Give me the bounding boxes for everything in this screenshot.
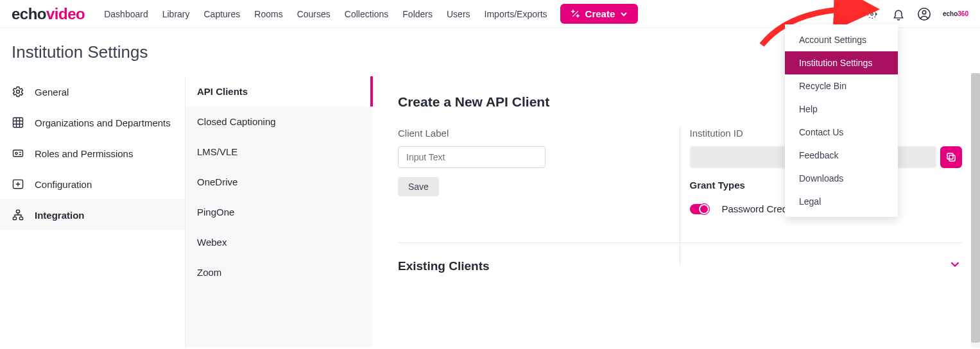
settings-dropdown: Account Settings Institution Settings Re… — [785, 24, 898, 217]
separator — [398, 243, 962, 243]
sidebar-item-label: Organizations and Departments — [35, 117, 171, 128]
dd-account-settings[interactable]: Account Settings — [785, 28, 898, 51]
vertical-divider — [680, 126, 680, 266]
role-icon — [12, 147, 24, 160]
account-user-icon[interactable] — [917, 7, 931, 21]
svg-rect-11 — [20, 217, 23, 219]
dd-recycle-bin[interactable]: Recycle Bin — [785, 74, 898, 98]
copy-button[interactable] — [940, 146, 962, 168]
toggle-switch-1[interactable] — [690, 204, 709, 214]
sub-item-onedrive[interactable]: OneDrive — [185, 167, 372, 197]
sidebar-item-label: Integration — [35, 210, 85, 221]
sidebar-item-configuration[interactable]: Configuration — [0, 169, 185, 200]
sub-item-pingone[interactable]: PingOne — [185, 197, 372, 227]
copy-icon — [945, 151, 957, 163]
mini-logo[interactable]: echo360 — [943, 10, 968, 17]
dd-contact-us[interactable]: Contact Us — [785, 121, 898, 144]
sub-item-zoom[interactable]: Zoom — [185, 257, 372, 287]
nav-collections[interactable]: Collections — [345, 9, 388, 19]
client-label: Client Label — [398, 128, 671, 139]
dd-legal[interactable]: Legal — [785, 190, 898, 213]
scrollbar-thumb[interactable] — [971, 73, 980, 343]
gear-icon — [12, 85, 24, 98]
dd-help[interactable]: Help — [785, 98, 898, 121]
sub-item-api-clients[interactable]: API Clients — [185, 76, 372, 106]
header-right: echo360 — [866, 7, 968, 21]
svg-point-2 — [922, 10, 926, 14]
create-label: Create — [585, 8, 615, 19]
svg-point-7 — [15, 152, 17, 154]
org-icon — [12, 116, 24, 129]
wand-icon — [571, 9, 580, 19]
svg-point-4 — [17, 90, 20, 94]
sidebar-item-roles[interactable]: Roles and Permissions — [0, 138, 185, 169]
save-button[interactable]: Save — [398, 177, 439, 196]
settings-gear-icon[interactable] — [866, 7, 880, 21]
sidebar-item-label: Roles and Permissions — [35, 148, 133, 159]
existing-clients-row[interactable]: Existing Clients — [398, 257, 962, 275]
sub-item-lms-vle[interactable]: LMS/VLE — [185, 137, 372, 167]
nav-rooms[interactable]: Rooms — [254, 9, 282, 19]
svg-point-0 — [871, 13, 873, 15]
primary-sidebar: General Organizations and Departments Ro… — [0, 76, 185, 347]
sidebar-item-label: General — [35, 87, 69, 98]
client-label-input[interactable] — [398, 146, 546, 168]
integration-icon — [12, 209, 24, 221]
sidebar-item-general[interactable]: General — [0, 76, 185, 107]
nav-imports-exports[interactable]: Imports/Exports — [485, 9, 547, 19]
sidebar-item-integration[interactable]: Integration — [0, 200, 185, 230]
nav-dashboard[interactable]: Dashboard — [104, 9, 148, 19]
dd-downloads[interactable]: Downloads — [785, 167, 898, 190]
svg-rect-9 — [17, 210, 20, 213]
nav-library[interactable]: Library — [162, 9, 190, 19]
logo-text-b: video — [46, 5, 85, 22]
svg-rect-6 — [13, 150, 23, 157]
svg-rect-13 — [947, 153, 953, 159]
secondary-sidebar: API Clients Closed Captioning LMS/VLE On… — [185, 76, 372, 347]
notifications-bell-icon[interactable] — [891, 7, 906, 21]
nav-users[interactable]: Users — [447, 9, 470, 19]
nav-captures[interactable]: Captures — [204, 9, 241, 19]
config-icon — [12, 178, 24, 191]
sub-item-closed-captioning[interactable]: Closed Captioning — [185, 106, 372, 137]
nav-folders[interactable]: Folders — [402, 9, 433, 19]
sidebar-item-organizations[interactable]: Organizations and Departments — [0, 107, 185, 138]
chevron-down-icon[interactable] — [948, 257, 962, 275]
logo[interactable]: echovideo — [12, 5, 85, 23]
logo-text-a: echo — [12, 5, 46, 22]
scrollbar[interactable] — [971, 73, 980, 348]
sidebar-item-label: Configuration — [35, 179, 92, 190]
dd-feedback[interactable]: Feedback — [785, 144, 898, 167]
create-button[interactable]: Create — [560, 4, 639, 24]
chevron-down-icon — [620, 10, 628, 18]
existing-clients-label: Existing Clients — [398, 259, 490, 273]
form-col-client: Client Label Save — [398, 128, 671, 214]
svg-rect-5 — [13, 118, 23, 128]
main-nav: Dashboard Library Captures Rooms Courses… — [104, 9, 547, 19]
sub-item-webex[interactable]: Webex — [185, 227, 372, 257]
svg-rect-12 — [949, 155, 955, 161]
nav-courses[interactable]: Courses — [297, 9, 331, 19]
svg-rect-10 — [13, 217, 17, 219]
dd-institution-settings[interactable]: Institution Settings — [785, 51, 898, 74]
